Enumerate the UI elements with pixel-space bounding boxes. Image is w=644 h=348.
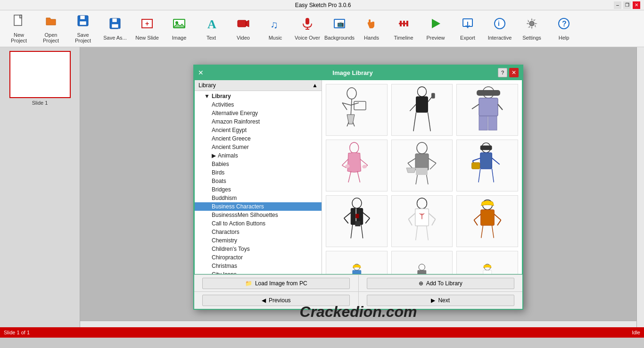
image-cell-1[interactable] — [326, 84, 388, 136]
library-item-boats[interactable]: Boats — [195, 177, 322, 185]
library-item-chemistry[interactable]: Chemistry — [195, 236, 322, 245]
toolbar-video[interactable]: Video — [228, 13, 258, 45]
library-item-call-to-action[interactable]: Call to Action Buttons — [195, 219, 322, 228]
library-item-businessmen[interactable]: BusinesssMen Silhouettes — [195, 211, 322, 219]
svg-line-79 — [492, 158, 500, 164]
toolbar-open-project[interactable]: Open Project — [36, 13, 66, 45]
svg-text:📺: 📺 — [337, 20, 344, 27]
svg-rect-86 — [355, 214, 359, 218]
svg-point-113 — [419, 264, 425, 270]
svg-line-42 — [410, 104, 416, 111]
svg-rect-75 — [480, 153, 492, 169]
image-cell-6[interactable] — [456, 140, 518, 191]
toolbar-settings[interactable]: Settings — [517, 13, 547, 45]
library-list[interactable]: ▼ Library Activities Alternative Energy … — [195, 91, 322, 274]
svg-rect-13 — [238, 20, 246, 27]
add-to-library-button[interactable]: ⊕ Add To Library — [367, 278, 514, 289]
dialog-x-button[interactable]: ✕ — [198, 69, 204, 76]
add-to-library-label: Add To Library — [426, 280, 462, 287]
title-bar-title: Easy Sketch Pro 3.0.6 — [32, 2, 614, 8]
status-bar: Slide 1 of 1 Idle — [0, 327, 644, 338]
library-item-root[interactable]: ▼ Library — [195, 92, 322, 100]
slide-panel: Slide 1 — [0, 47, 80, 338]
vertical-scrollbar[interactable] — [636, 47, 644, 338]
svg-point-28 — [495, 18, 505, 29]
library-item-birds[interactable]: Birds — [195, 168, 322, 177]
toolbar-text[interactable]: A Text — [196, 13, 226, 45]
toolbar-backgrounds[interactable]: 📺 Backgrounds — [324, 13, 355, 45]
library-item-city-icons[interactable]: City Icons — [195, 270, 322, 274]
toolbar-hands[interactable]: Hands — [356, 13, 387, 45]
svg-line-92 — [361, 224, 363, 238]
library-item-ancient-sumer[interactable]: Ancient Sumer — [195, 143, 322, 151]
svg-line-59 — [360, 159, 368, 165]
toolbar-label: Save Project — [70, 32, 96, 43]
toolbar-export[interactable]: Export — [453, 13, 483, 45]
timeline-icon — [397, 17, 410, 33]
library-item-alt-energy[interactable]: Alternative Energy — [195, 109, 322, 117]
close-button[interactable]: ✕ — [633, 1, 640, 9]
library-item-chiropractor[interactable]: Chiropractor — [195, 253, 322, 262]
library-item-ancient-greece[interactable]: Ancient Greece — [195, 134, 322, 143]
library-item-buddhism[interactable]: Buddhism — [195, 194, 322, 202]
toolbar-voice-over[interactable]: Voice Over — [292, 13, 322, 45]
image-cell-4[interactable] — [326, 140, 388, 191]
toolbar-preview[interactable]: Preview — [421, 13, 451, 45]
horizontal-scrollbar[interactable] — [80, 321, 636, 327]
toolbar-save-as[interactable]: ... Save As... — [100, 13, 130, 45]
minimize-button[interactable]: – — [614, 1, 621, 9]
image-cell-7[interactable] — [326, 195, 388, 247]
next-button[interactable]: ▶ Next — [367, 295, 514, 306]
hands-icon — [365, 17, 378, 33]
library-item-childrens-toys[interactable]: Children's Toys — [195, 245, 322, 253]
library-item-business-characters[interactable]: Business Characters — [195, 202, 322, 211]
svg-point-33 — [347, 88, 356, 99]
library-item-ancient-egypt[interactable]: Ancient Egypt — [195, 126, 322, 134]
toolbar-interactive[interactable]: i Interactive — [485, 13, 515, 45]
image-grid-panel — [322, 80, 522, 274]
library-item-bridges[interactable]: Bridges — [195, 185, 322, 194]
toolbar-timeline[interactable]: Timeline — [388, 13, 419, 45]
toolbar-save-project[interactable]: Save Project — [68, 13, 98, 45]
library-item-amazon[interactable]: Amazon Rainforest — [195, 117, 322, 126]
svg-rect-82 — [480, 146, 492, 150]
dialog-nav-row: ◀ Previous ▶ Next — [194, 292, 522, 309]
image-cell-10[interactable] — [326, 251, 388, 274]
svg-text:i: i — [498, 20, 500, 27]
svg-line-70 — [430, 163, 436, 169]
svg-rect-104 — [481, 210, 495, 225]
toolbar-label: Save As... — [103, 35, 127, 41]
svg-rect-39 — [354, 101, 366, 110]
restore-button[interactable]: ❐ — [623, 1, 631, 9]
toolbar-label: New Project — [6, 32, 32, 43]
library-item-christmas[interactable]: Christmas — [195, 262, 322, 270]
slide-thumbnail[interactable] — [9, 51, 71, 98]
library-item-charactors[interactable]: Charactors — [195, 228, 322, 236]
toolbar-new-slide[interactable]: + New Slide — [132, 13, 162, 45]
library-item-babies[interactable]: Babies — [195, 160, 322, 168]
toolbar-help[interactable]: ? Help — [549, 13, 579, 45]
library-item-activities[interactable]: Activities — [195, 100, 322, 109]
previous-cell: ◀ Previous — [194, 292, 359, 309]
svg-text:♫: ♫ — [270, 19, 278, 30]
library-item-animals[interactable]: ▶ Animals — [195, 151, 322, 160]
dialog-help-button[interactable]: ? — [498, 68, 507, 77]
voice-over-icon — [301, 17, 314, 33]
load-image-button[interactable]: 📁 Load Image from PC — [202, 278, 350, 289]
dialog-close-button[interactable]: ✕ — [509, 68, 519, 77]
image-cell-5[interactable] — [391, 140, 453, 191]
image-cell-12[interactable] — [456, 251, 518, 274]
image-cell-3[interactable] — [456, 84, 518, 136]
image-cell-8[interactable] — [391, 195, 453, 247]
svg-line-100 — [416, 226, 418, 240]
toolbar-music[interactable]: ♫ Music — [260, 13, 290, 45]
svg-marker-14 — [246, 20, 249, 27]
svg-line-69 — [429, 158, 436, 163]
image-cell-11[interactable] — [391, 251, 453, 274]
toolbar-image[interactable]: Image — [164, 13, 194, 45]
status-state: Idle — [632, 330, 640, 335]
toolbar-new-project[interactable]: New Project — [4, 13, 34, 45]
image-cell-9[interactable] — [456, 195, 518, 247]
image-cell-2[interactable] — [391, 84, 453, 136]
previous-button[interactable]: ◀ Previous — [202, 295, 350, 306]
